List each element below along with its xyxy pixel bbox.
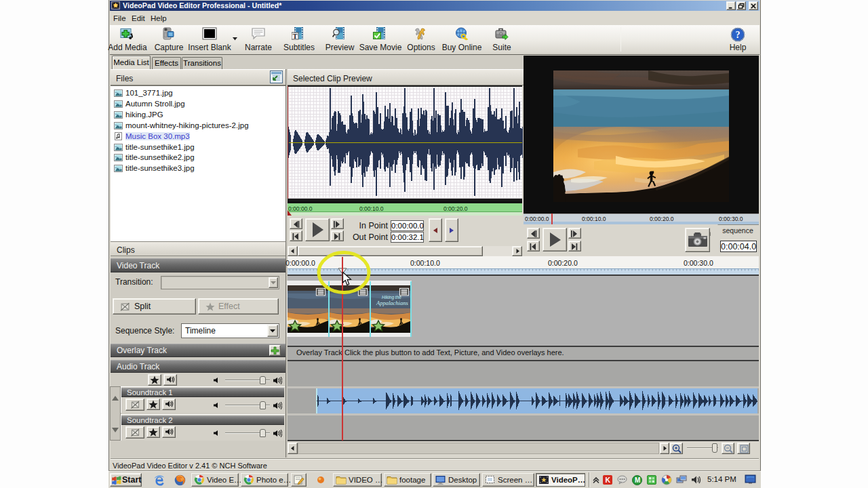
svg-text:?: ? [736,30,741,40]
svg-text:T: T [293,33,298,40]
